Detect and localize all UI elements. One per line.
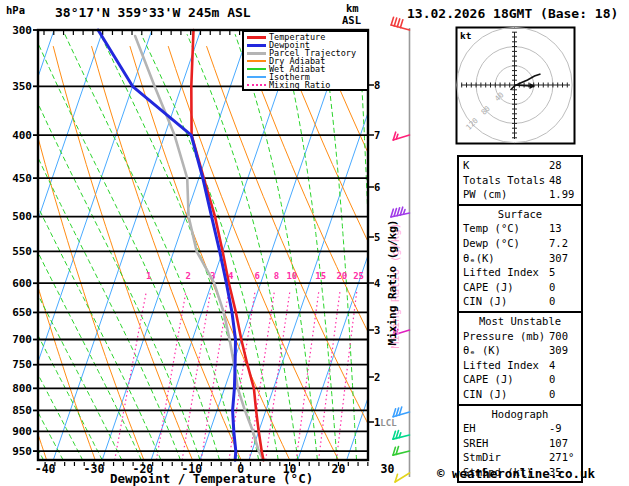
- pressure-tick-label: 600: [0, 277, 32, 290]
- table-row: CIN (J)0: [459, 387, 581, 402]
- hodograph-panel: 4080120: [457, 27, 575, 143]
- legend-line-sample: [247, 36, 266, 39]
- legend-line-sample: [247, 84, 266, 86]
- table-row: Temp (°C)13: [459, 221, 581, 236]
- dry-adiabat-line: [283, 46, 484, 460]
- table-section: Most UnstablePressure (mb)700θₑ (K)309Li…: [459, 311, 581, 404]
- wet-adiabat-line: [281, 34, 337, 460]
- x-tick-label: -30: [77, 462, 111, 476]
- table-row: CAPE (J)0: [459, 280, 581, 295]
- table-row: θₑ (K)309: [459, 343, 581, 358]
- table-row-label: Lifted Index: [463, 265, 549, 280]
- table-section-header: Hodograph: [459, 407, 581, 422]
- table-row-label: SREH: [463, 436, 549, 451]
- km-tick-label: 6: [374, 181, 380, 193]
- wet-adiabat-line: [235, 34, 317, 460]
- table-row-value: 307: [549, 251, 568, 266]
- pressure-tick-label: 400: [0, 129, 32, 142]
- table-row-value: 1.99: [549, 187, 574, 202]
- table-row-value: 48: [549, 173, 562, 188]
- pressure-tick-label: 350: [0, 80, 32, 93]
- mixing-ratio-axis-label: Mixing Ratio (g/kg): [386, 183, 399, 383]
- table-row-value: 0: [549, 387, 555, 402]
- table-row: EH-9: [459, 421, 581, 436]
- table-row-value: 0: [549, 280, 555, 295]
- pressure-tick-label: 450: [0, 172, 32, 185]
- pressure-tick-label: 750: [0, 358, 32, 371]
- table-row-label: CIN (J): [463, 387, 549, 402]
- x-tick-label: -10: [175, 462, 209, 476]
- table-row-value: 28: [549, 158, 562, 173]
- table-row-label: EH: [463, 421, 549, 436]
- legend-line-sample: [247, 52, 266, 55]
- table-row-value: 0: [549, 372, 555, 387]
- km-tick-label: 8: [374, 79, 380, 91]
- indices-table: K28Totals Totals48PW (cm)1.99SurfaceTemp…: [457, 155, 583, 483]
- storm-motion-vector: [515, 85, 531, 86]
- isotherm-line: [298, 30, 445, 460]
- km-tick-label: 2: [374, 371, 380, 383]
- mixing-ratio-line: [182, 291, 210, 460]
- mixing-ratio-line: [319, 291, 340, 460]
- altitude-unit-km-label: km: [346, 2, 359, 14]
- table-row-value: 271°: [549, 450, 574, 465]
- km-tick-label: 1LCL: [374, 416, 397, 428]
- legend-line-sample: [247, 44, 266, 47]
- table-row: K28: [459, 158, 581, 173]
- table-row-value: 4: [549, 358, 555, 373]
- isotherm-line: [249, 30, 396, 460]
- skewt-sounding-page: 123468101520254080120 hPa 38°17'N 359°33…: [0, 0, 629, 486]
- wet-adiabat-line: [141, 34, 278, 460]
- legend-item-label: Mixing Ratio: [269, 81, 330, 89]
- mixing-ratio-value-label: 10: [286, 271, 297, 281]
- table-row: CIN (J)0: [459, 294, 581, 309]
- x-tick-label: 10: [273, 462, 307, 476]
- table-row-label: CAPE (J): [463, 372, 549, 387]
- pressure-tick-label: 950: [0, 445, 32, 458]
- table-row-label: K: [463, 158, 549, 173]
- legend-line-sample: [247, 60, 266, 62]
- dry-adiabat-line: [590, 46, 629, 460]
- dry-adiabat-line: [168, 46, 338, 460]
- table-row-label: CIN (J): [463, 294, 549, 309]
- pressure-tick-label: 700: [0, 333, 32, 346]
- table-section-header: Most Unstable: [459, 314, 581, 329]
- table-row-label: Totals Totals: [463, 173, 549, 188]
- legend-item: Mixing Ratio: [244, 81, 367, 89]
- table-row: StmDir271°: [459, 450, 581, 465]
- mixing-ratio-value-label: 2: [186, 271, 191, 281]
- table-row-value: 13: [549, 221, 562, 236]
- table-row-value: 700: [549, 329, 568, 344]
- table-row-label: Dewp (°C): [463, 236, 549, 251]
- pressure-tick-label: 650: [0, 306, 32, 319]
- table-row-label: PW (cm): [463, 187, 549, 202]
- hodograph-unit-label: kt: [460, 30, 471, 41]
- table-row: Lifted Index5: [459, 265, 581, 280]
- km-tick-label: 5: [374, 231, 380, 243]
- pressure-tick-label: 500: [0, 210, 32, 223]
- pressure-unit-label: hPa: [6, 4, 25, 16]
- lcl-marker-label: LCL: [380, 418, 396, 428]
- pressure-tick-label: 900: [0, 425, 32, 438]
- table-row-label: θₑ(K): [463, 251, 549, 266]
- table-row: θₑ(K)307: [459, 251, 581, 266]
- km-tick-label: 7: [374, 129, 380, 141]
- table-row: Dewp (°C)7.2: [459, 236, 581, 251]
- altitude-unit-asl-label: ASL: [342, 14, 361, 26]
- isotherm-line: [151, 30, 298, 460]
- x-tick-label: 30: [370, 462, 404, 476]
- table-row-label: Temp (°C): [463, 221, 549, 236]
- table-row: CAPE (J)0: [459, 372, 581, 387]
- mixing-ratio-value-label: 20: [336, 271, 347, 281]
- mixing-ratio-value-label: 8: [274, 271, 279, 281]
- pressure-tick-label: 550: [0, 245, 32, 258]
- table-row-label: StmDir: [463, 450, 549, 465]
- table-row-label: θₑ (K): [463, 343, 549, 358]
- table-row-value: 7.2: [549, 236, 568, 251]
- table-row: Pressure (mb)700: [459, 329, 581, 344]
- mixing-ratio-value-label: 6: [254, 271, 259, 281]
- table-row-value: 309: [549, 343, 568, 358]
- table-section: SurfaceTemp (°C)13Dewp (°C)7.2θₑ(K)307Li…: [459, 204, 581, 311]
- table-row: Totals Totals48: [459, 173, 581, 188]
- table-row-value: 5: [549, 265, 555, 280]
